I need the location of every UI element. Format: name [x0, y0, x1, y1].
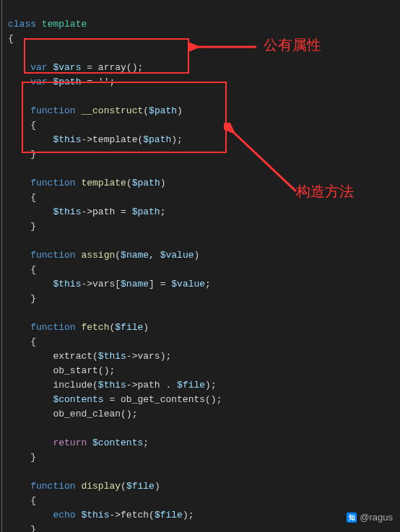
- keyword-function: function: [30, 322, 75, 333]
- code-text: ->path =: [81, 206, 131, 217]
- param: $path: [132, 178, 160, 188]
- code-text: );: [205, 380, 217, 391]
- this-var: $this: [53, 134, 81, 145]
- keyword-function: function: [30, 250, 75, 261]
- code-block: class template { var $vars = array(); va…: [1, 0, 400, 532]
- code-text: ;: [160, 206, 166, 217]
- code-text: ->vars);: [126, 351, 171, 362]
- watermark: 知 @ragus: [347, 510, 393, 525]
- param: $path: [143, 134, 171, 145]
- function-name: display: [81, 481, 121, 492]
- brace: {: [8, 33, 14, 44]
- code-text: ;: [143, 437, 149, 448]
- function-name: fetch: [81, 322, 109, 333]
- keyword-var: var: [30, 62, 47, 73]
- code-text: );: [183, 510, 194, 520]
- zhihu-icon: 知: [347, 513, 357, 523]
- var-name: $path: [53, 77, 81, 87]
- brace: }: [30, 293, 36, 304]
- brace: {: [30, 192, 36, 203]
- param: $name: [121, 250, 149, 261]
- code-text: );: [171, 134, 183, 145]
- param: $path: [149, 105, 177, 116]
- brace: {: [30, 264, 36, 275]
- code-text: = '';: [81, 77, 115, 87]
- keyword-function: function: [30, 481, 75, 492]
- code-text: include(: [53, 380, 97, 391]
- brace: {: [30, 495, 36, 506]
- keyword-var: var: [30, 77, 47, 87]
- code-text: ob_start();: [53, 365, 115, 376]
- var-name: $contents: [92, 437, 143, 448]
- code-text: ->template(: [81, 134, 143, 145]
- code-text: = array();: [81, 62, 143, 73]
- brace: }: [30, 524, 36, 532]
- this-var: $this: [98, 380, 126, 391]
- code-text: extract(: [53, 351, 97, 362]
- function-name: assign: [81, 250, 115, 261]
- keyword-echo: echo: [53, 510, 75, 520]
- brace: {: [30, 120, 36, 131]
- param: $value: [160, 250, 194, 261]
- brace: }: [30, 221, 36, 232]
- code-text: ob_end_clean();: [53, 409, 137, 419]
- param: $name: [121, 279, 149, 289]
- brace: }: [30, 149, 36, 160]
- this-var: $this: [53, 206, 81, 217]
- code-text: = ob_get_contents();: [104, 394, 222, 405]
- param: $file: [115, 322, 143, 333]
- annotation-public-props: 公有属性: [264, 38, 321, 52]
- keyword-class: class: [8, 19, 36, 30]
- param: $file: [177, 380, 205, 391]
- keyword-function: function: [30, 178, 75, 188]
- class-name: template: [42, 19, 87, 30]
- function-name: template: [81, 178, 126, 188]
- param: $value: [171, 279, 205, 289]
- code-text: ] =: [149, 279, 171, 289]
- var-name: $vars: [53, 62, 81, 73]
- this-var: $this: [53, 279, 81, 289]
- keyword-function: function: [30, 105, 75, 116]
- var-name: $contents: [53, 394, 103, 405]
- code-text: ;: [205, 279, 211, 289]
- keyword-return: return: [53, 437, 87, 448]
- code-text: ->vars[: [81, 279, 121, 289]
- brace: }: [30, 452, 36, 463]
- param: $file: [126, 481, 155, 492]
- code-text: ->path .: [126, 380, 177, 391]
- annotation-constructor: 构造方法: [296, 184, 354, 199]
- param: $file: [155, 510, 183, 520]
- code-text: ->fetch(: [109, 510, 154, 520]
- watermark-text: @ragus: [360, 510, 393, 525]
- brace: {: [30, 336, 36, 347]
- param: $path: [132, 206, 160, 217]
- function-name: __construct: [81, 105, 143, 116]
- this-var: $this: [81, 510, 109, 520]
- this-var: $this: [98, 351, 126, 362]
